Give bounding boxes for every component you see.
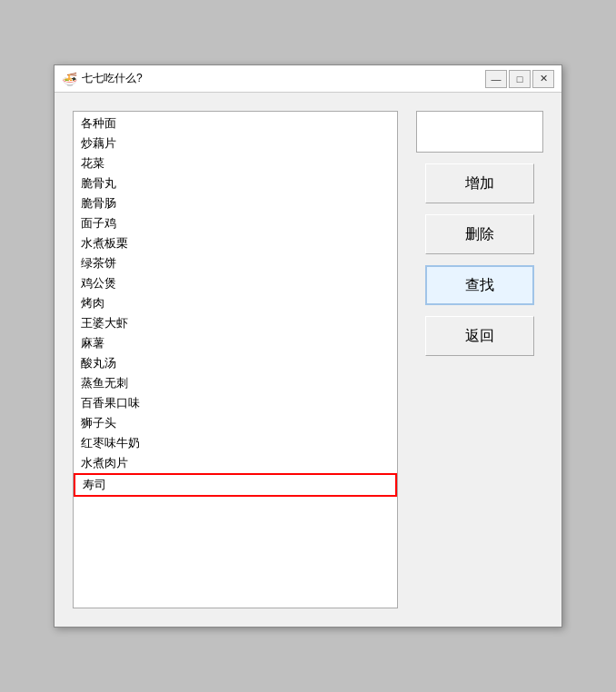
- list-item[interactable]: 花菜: [74, 153, 397, 173]
- list-item[interactable]: 红枣味牛奶: [74, 433, 397, 453]
- minimize-button[interactable]: —: [485, 70, 507, 88]
- right-panel: 增加 删除 查找 返回: [416, 111, 543, 608]
- list-item[interactable]: 酸丸汤: [74, 353, 397, 373]
- find-button[interactable]: 查找: [425, 265, 534, 305]
- app-icon: 🍜: [62, 72, 76, 86]
- maximize-button[interactable]: □: [509, 70, 531, 88]
- delete-button[interactable]: 删除: [425, 214, 534, 254]
- list-item[interactable]: 面子鸡: [74, 213, 397, 233]
- list-item[interactable]: 蒸鱼无刺: [74, 373, 397, 393]
- add-button[interactable]: 增加: [425, 163, 534, 203]
- food-list-container: 各种面炒藕片花菜脆骨丸脆骨肠面子鸡水煮板栗绿茶饼鸡公煲烤肉王婆大虾麻薯酸丸汤蒸鱼…: [73, 111, 398, 608]
- list-item[interactable]: 水煮板栗: [74, 233, 397, 253]
- list-item[interactable]: 炒藕片: [74, 133, 397, 153]
- list-item[interactable]: 百香果口味: [74, 393, 397, 413]
- list-item[interactable]: 狮子头: [74, 413, 397, 433]
- list-item[interactable]: 绿茶饼: [74, 253, 397, 273]
- list-item[interactable]: 烤肉: [74, 293, 397, 313]
- list-item[interactable]: 脆骨丸: [74, 173, 397, 193]
- title-bar-left: 🍜 七七吃什么?: [62, 71, 143, 86]
- food-list[interactable]: 各种面炒藕片花菜脆骨丸脆骨肠面子鸡水煮板栗绿茶饼鸡公煲烤肉王婆大虾麻薯酸丸汤蒸鱼…: [74, 112, 397, 608]
- list-item[interactable]: 水煮肉片: [74, 453, 397, 473]
- window-body: 各种面炒藕片花菜脆骨丸脆骨肠面子鸡水煮板栗绿茶饼鸡公煲烤肉王婆大虾麻薯酸丸汤蒸鱼…: [55, 93, 561, 627]
- list-item[interactable]: 麻薯: [74, 333, 397, 353]
- left-panel: 各种面炒藕片花菜脆骨丸脆骨肠面子鸡水煮板栗绿茶饼鸡公煲烤肉王婆大虾麻薯酸丸汤蒸鱼…: [73, 111, 398, 608]
- window-title: 七七吃什么?: [82, 71, 143, 86]
- list-item[interactable]: 寿司: [74, 473, 397, 497]
- back-button[interactable]: 返回: [425, 316, 534, 356]
- list-item[interactable]: 脆骨肠: [74, 193, 397, 213]
- main-window: 🍜 七七吃什么? — □ ✕ 各种面炒藕片花菜脆骨丸脆骨肠面子鸡水煮板栗绿茶饼鸡…: [54, 64, 562, 628]
- title-bar: 🍜 七七吃什么? — □ ✕: [55, 65, 561, 93]
- food-input[interactable]: [416, 111, 543, 153]
- close-button[interactable]: ✕: [532, 70, 554, 88]
- window-controls: — □ ✕: [485, 70, 554, 88]
- list-item[interactable]: 王婆大虾: [74, 313, 397, 333]
- list-item[interactable]: 各种面: [74, 114, 397, 133]
- list-item[interactable]: 鸡公煲: [74, 273, 397, 293]
